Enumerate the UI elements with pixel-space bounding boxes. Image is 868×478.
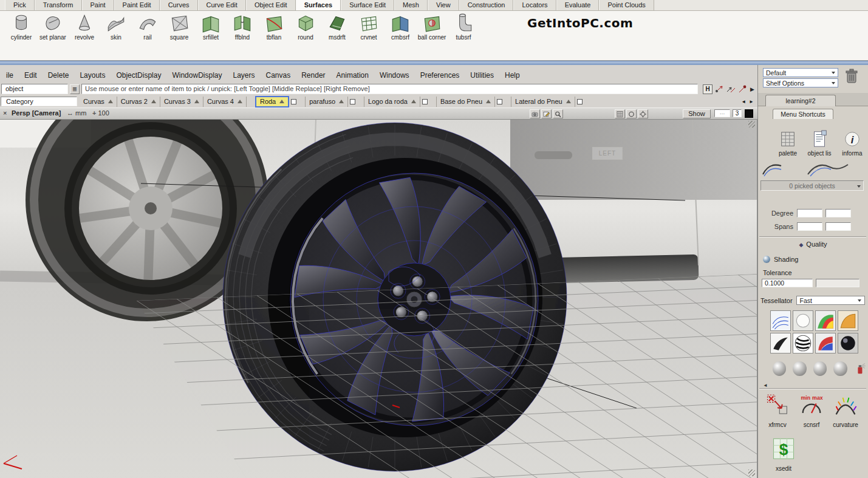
display-toggle-field[interactable]: … — [714, 109, 730, 117]
tool-xsedit[interactable]: $ xsedit — [767, 437, 801, 472]
curve-tool-icon[interactable] — [762, 161, 782, 177]
sphere-1-icon[interactable] — [773, 361, 786, 376]
tool-tbflan[interactable]: tbflan — [259, 13, 289, 41]
layer-toggle-checkbox[interactable] — [350, 99, 355, 104]
viewport-close-icon[interactable]: × — [3, 109, 7, 117]
menu-delete[interactable]: Delete — [43, 70, 75, 81]
dark-sphere-icon[interactable] — [838, 333, 858, 353]
menu-layouts[interactable]: Layouts — [74, 70, 111, 81]
layer-slider-icon[interactable] — [238, 100, 242, 103]
prompt-list-icon[interactable]: ≣ — [70, 84, 80, 94]
tool-msdrft[interactable]: msdrft — [322, 13, 352, 41]
layer-tab-lateral-do-pneu[interactable]: Lateral do Pneu — [511, 97, 575, 107]
layer-slider-icon[interactable] — [151, 100, 156, 103]
tool-srfillet[interactable]: srfillet — [196, 13, 226, 41]
pick-filter-select[interactable]: object — [1, 84, 68, 94]
show-menu-button[interactable]: Show — [683, 109, 711, 118]
layer-slider-icon[interactable] — [108, 100, 113, 103]
menu-preferences[interactable]: Preferences — [415, 70, 465, 81]
viewport-canvas[interactable] — [0, 120, 757, 478]
pick-visible-icon[interactable] — [714, 84, 724, 94]
shade-multi-icon[interactable] — [815, 310, 836, 331]
shelf-tab-surfaces[interactable]: Surfaces — [296, 0, 341, 10]
shelf-tab-curve-edit[interactable]: Curve Edit — [198, 0, 246, 10]
menu-canvas[interactable]: Canvas — [261, 70, 296, 81]
layer-slider-icon[interactable] — [486, 100, 491, 103]
shelf-set-select[interactable]: Default — [763, 68, 838, 77]
spray-icon[interactable] — [854, 361, 867, 377]
zebra-icon[interactable] — [793, 333, 813, 353]
shade-gold-icon[interactable] — [838, 310, 858, 331]
tool-set-planar[interactable]: set planar — [38, 13, 68, 41]
tool-xfrmcv[interactable]: xfrmcv — [760, 393, 795, 428]
spans-field-1[interactable] — [797, 222, 822, 231]
tolerance-slider[interactable] — [816, 279, 859, 287]
layer-toggle-checkbox[interactable] — [291, 99, 296, 104]
tool-cmbsrf[interactable]: cmbsrf — [385, 13, 415, 41]
pick-component-icon[interactable] — [726, 84, 736, 94]
tessellator-select[interactable]: Fast — [796, 296, 865, 305]
zoom-icon[interactable] — [553, 109, 563, 118]
layer-toggle-checkbox[interactable] — [422, 99, 428, 104]
menu-ile[interactable]: ile — [1, 70, 19, 81]
menu-render[interactable]: Render — [296, 70, 330, 81]
sphere-4-icon[interactable] — [833, 361, 847, 376]
layer-tab-logo-da-roda[interactable]: Logo da roda — [364, 97, 420, 107]
menu-shortcuts-tab[interactable]: Menu Shortcuts — [773, 109, 833, 119]
picked-objects-bar[interactable]: 0 picked objects — [760, 180, 864, 191]
paint-stroke-icon[interactable] — [770, 333, 791, 353]
layer-slider-icon[interactable] — [566, 100, 571, 103]
layer-tab-base-do-pneu[interactable]: Base do Pneu — [436, 97, 495, 107]
layer-scroll-left-icon[interactable]: ◄ — [741, 99, 746, 104]
menu-animation[interactable]: Animation — [331, 70, 374, 81]
edit-view-icon[interactable] — [541, 109, 552, 118]
snap-icon[interactable] — [737, 84, 747, 94]
layer-slider-icon[interactable] — [411, 100, 416, 103]
panel-scroll-left-icon[interactable]: ◄ — [763, 383, 768, 388]
viewport-corner-icon[interactable] — [748, 121, 755, 128]
category-select[interactable]: Category — [1, 97, 77, 106]
layer-scroll-right-icon[interactable]: ► — [749, 99, 754, 104]
shelf-tab-paint[interactable]: Paint — [82, 0, 114, 10]
tool-revolve[interactable]: revolve — [69, 13, 100, 41]
layer-slider-icon[interactable] — [279, 100, 284, 103]
shelf-options-select[interactable]: Shelf Options — [763, 78, 838, 87]
tool-round[interactable]: round — [290, 13, 321, 41]
menu-help[interactable]: Help — [499, 70, 525, 81]
menu-layers[interactable]: Layers — [227, 70, 260, 81]
layer-toggle-checkbox[interactable] — [497, 99, 502, 104]
background-swatch[interactable] — [745, 109, 753, 118]
shelf-tab-transform[interactable]: Transform — [35, 0, 82, 10]
wireframe-icon[interactable] — [770, 310, 791, 331]
sphere-2-icon[interactable] — [793, 361, 806, 376]
shortcut-informa[interactable]: iinforma — [838, 129, 866, 157]
shelf-tab-view[interactable]: View — [428, 0, 459, 10]
shade-white-icon[interactable] — [793, 310, 813, 331]
menu-windows[interactable]: Windows — [374, 70, 415, 81]
shortcut-object-lis[interactable]: object lis — [805, 129, 833, 157]
tool-skin[interactable]: skin — [101, 13, 131, 41]
degree-field-1[interactable] — [797, 209, 822, 217]
shelf-tab-curves[interactable]: Curves — [160, 0, 198, 10]
tool-ball-corner[interactable]: ball corner — [417, 13, 447, 41]
sphere-3-icon[interactable] — [813, 361, 827, 376]
tool-curvature[interactable]: curvature — [829, 393, 863, 428]
shelf-tab-mesh[interactable]: Mesh — [394, 0, 428, 10]
shelf-tab-paint-edit[interactable]: Paint Edit — [114, 0, 160, 10]
tool-cylinder[interactable]: cylinder — [6, 13, 36, 41]
tool-rail[interactable]: rail — [132, 13, 163, 41]
shelf-tab-point-clouds[interactable]: Point Clouds — [599, 0, 654, 10]
menu-objectdisplay[interactable]: ObjectDisplay — [111, 70, 166, 81]
shelf-tab-evaluate[interactable]: Evaluate — [556, 0, 600, 10]
layer-slider-icon[interactable] — [339, 100, 344, 103]
shelf-tab-object-edit[interactable]: Object Edit — [246, 0, 296, 10]
tool-square[interactable]: square — [164, 13, 194, 41]
quality-section-header[interactable]: ◆Quality — [758, 239, 868, 250]
layer-tab-curvas-2[interactable]: Curvas 2 — [117, 97, 160, 107]
shade-redblue-icon[interactable] — [815, 333, 836, 353]
shelf-tab-locators[interactable]: Locators — [513, 0, 556, 10]
menu-edit[interactable]: Edit — [19, 70, 43, 81]
grid-toggle-icon[interactable] — [615, 109, 625, 118]
shading-row[interactable]: Shading — [763, 254, 798, 264]
layer-tab-curvas-4[interactable]: Curvas 4 — [203, 97, 247, 107]
